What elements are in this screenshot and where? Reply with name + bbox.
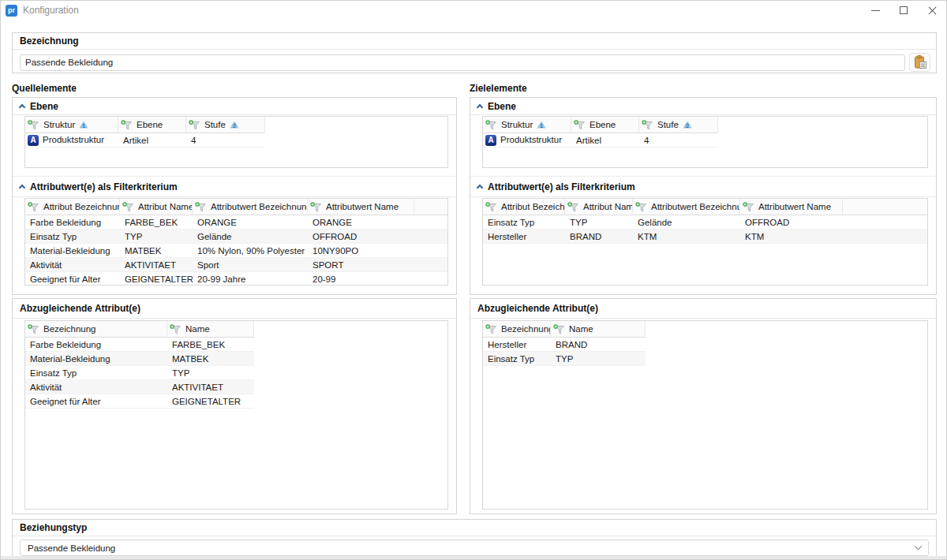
table-row[interactable]: AktivitätAKTIVITAETSportSPORT — [25, 258, 447, 272]
cell: TYP — [565, 215, 633, 230]
column-header-attribut-name[interactable]: Attribut Name — [120, 199, 193, 215]
table-row[interactable]: Einsatz TypTYP — [25, 366, 254, 380]
data-grid-table: Attribut BezeichnungAttribut NameAttribu… — [25, 199, 447, 286]
maximize-button[interactable] — [889, 1, 918, 20]
column-label: Attributwert Name — [326, 202, 399, 211]
column-header-attributwert-name[interactable]: Attributwert Name — [740, 199, 843, 215]
sort-order-icon[interactable]: 1 — [537, 121, 546, 129]
column-header-stufe[interactable]: Stufe2 — [639, 117, 718, 133]
beziehungstyp-select[interactable]: Passende Bekleidung — [20, 539, 929, 556]
add-filter-icon[interactable] — [28, 324, 39, 334]
group-header-target-filter[interactable]: Attributwert(e) als Filterkriterium — [470, 176, 936, 197]
add-filter-icon[interactable] — [170, 324, 182, 334]
column-header-struktur[interactable]: Struktur1 — [25, 117, 118, 133]
sort-order-icon[interactable]: 1 — [79, 121, 88, 129]
cell: OFFROAD — [740, 215, 843, 230]
column-header-struktur[interactable]: Struktur1 — [483, 117, 571, 133]
add-filter-icon[interactable] — [310, 202, 322, 212]
table-row[interactable]: Farbe BekleidungFARBE_BEKORANGEORANGE — [25, 215, 447, 230]
add-filter-icon[interactable] — [485, 324, 497, 334]
group-title: Ebene — [30, 101, 58, 112]
add-filter-icon[interactable] — [642, 120, 653, 130]
source-match-title: Abzugleichende Attribut(e) — [13, 299, 456, 319]
sort-order-icon[interactable]: 2 — [230, 121, 239, 129]
titlebar: pr Konfiguration — [1, 1, 946, 20]
cell: FARBE_BEK — [120, 215, 193, 230]
cell: 4 — [639, 133, 718, 147]
grid-target-match: BezeichnungNameHerstellerBRANDEinsatz Ty… — [482, 320, 928, 510]
add-filter-icon[interactable] — [189, 120, 200, 130]
table-row[interactable]: Geeignet für AlterGEIGNETALTER — [25, 394, 254, 409]
cell: TYP — [551, 352, 646, 366]
column-header-attribut-name[interactable]: Attribut Name — [565, 199, 633, 215]
target-groups-panel: Ebene Struktur1EbeneStufe2AProduktstrukt… — [470, 97, 937, 295]
header-row: Attribut BezeichnungAttribut NameAttribu… — [483, 199, 927, 215]
close-button[interactable] — [918, 1, 946, 20]
cell: GEIGNETALTER — [120, 272, 193, 286]
column-header-attribut-bezeichnung[interactable]: Attribut Bezeichnung — [25, 199, 120, 215]
table-row[interactable]: AProduktstrukturArtikel4 — [25, 133, 265, 147]
table-row[interactable]: Material-BekleidungMATBEK — [25, 352, 254, 366]
cell: Material-Bekleidung — [25, 244, 120, 258]
cell: KTM — [633, 230, 740, 244]
column-header-attributwert-name[interactable]: Attributwert Name — [308, 199, 414, 215]
table-row[interactable]: Material-BekleidungMATBEK10% Nylon, 90% … — [25, 244, 447, 258]
column-header-attributwert-bezeichnung[interactable]: Attributwert Bezeichnung — [193, 199, 308, 215]
add-filter-icon[interactable] — [28, 202, 39, 212]
column-header-name[interactable]: Name — [167, 321, 254, 338]
add-filter-icon[interactable] — [574, 120, 586, 130]
cell: BRAND — [551, 338, 646, 352]
add-filter-icon[interactable] — [567, 202, 579, 212]
add-filter-icon[interactable] — [743, 202, 754, 212]
column-header-ebene[interactable]: Ebene — [571, 117, 639, 133]
column-header-attribut-bezeichnung[interactable]: Attribut Bezeichnung — [483, 199, 565, 215]
minimize-button[interactable] — [861, 1, 889, 20]
window-bottom-edge — [1, 556, 946, 559]
bezeichnung-input[interactable] — [20, 54, 905, 71]
column-header-filler — [843, 199, 927, 215]
cell — [414, 244, 447, 258]
column-header-stufe[interactable]: Stufe2 — [186, 117, 265, 133]
group-header-source-ebene[interactable]: Ebene — [13, 98, 456, 115]
svg-text:1: 1 — [540, 122, 543, 129]
group-header-target-ebene[interactable]: Ebene — [470, 98, 936, 115]
table-row[interactable]: Einsatz TypTYPGeländeOFFROAD — [25, 230, 447, 244]
svg-text:2: 2 — [233, 122, 236, 129]
clipboard-icon — [912, 54, 928, 70]
column-header-name[interactable]: Name — [551, 321, 646, 338]
add-filter-icon[interactable] — [195, 202, 207, 212]
add-filter-icon[interactable] — [635, 202, 647, 212]
cell: 4 — [186, 133, 265, 147]
column-header-bezeichnung[interactable]: Bezeichnung — [483, 321, 551, 338]
add-filter-icon[interactable] — [28, 120, 39, 130]
cell: Gelände — [193, 230, 308, 244]
data-grid-table: Struktur1EbeneStufe2AProduktstrukturArti… — [483, 117, 718, 147]
column-header-attributwert-bezeichnung[interactable]: Attributwert Bezeichnung — [633, 199, 740, 215]
column-header-bezeichnung[interactable]: Bezeichnung — [25, 321, 167, 338]
table-row[interactable]: HerstellerBRANDKTMKTM — [483, 230, 927, 244]
chevron-down-icon — [915, 543, 923, 551]
table-row[interactable]: AktivitätAKTIVITAET — [25, 380, 254, 394]
app-icon: pr — [6, 5, 17, 17]
group-header-source-filter[interactable]: Attributwert(e) als Filterkriterium — [13, 176, 456, 197]
column-label: Attribut Name — [138, 202, 193, 211]
table-row[interactable]: Einsatz TypTYP — [483, 352, 646, 366]
table-row[interactable]: Farbe BekleidungFARBE_BEK — [25, 338, 254, 352]
table-row[interactable]: Einsatz TypTYPGeländeOFFROAD — [483, 215, 927, 230]
column-header-ebene[interactable]: Ebene — [118, 117, 186, 133]
column-label: Ebene — [590, 120, 616, 129]
add-filter-icon[interactable] — [553, 324, 565, 334]
table-row[interactable]: AProduktstrukturArtikel4 — [483, 133, 718, 147]
sort-order-icon[interactable]: 2 — [683, 121, 692, 129]
add-filter-icon[interactable] — [485, 120, 497, 130]
beziehungstyp-value: Passende Bekleidung — [28, 543, 115, 553]
table-row[interactable]: Geeignet für AlterGEIGNETALTER20-99 Jahr… — [25, 272, 447, 286]
column-label: Stufe — [657, 120, 679, 129]
add-filter-icon[interactable] — [121, 120, 133, 130]
add-filter-icon[interactable] — [122, 202, 134, 212]
add-filter-icon[interactable] — [485, 202, 497, 212]
table-row[interactable]: HerstellerBRAND — [483, 338, 646, 352]
copy-button[interactable] — [909, 53, 930, 72]
source-groups-panel: Ebene Struktur1EbeneStufe2AProduktstrukt… — [12, 97, 457, 295]
cell: Hersteller — [483, 338, 551, 352]
